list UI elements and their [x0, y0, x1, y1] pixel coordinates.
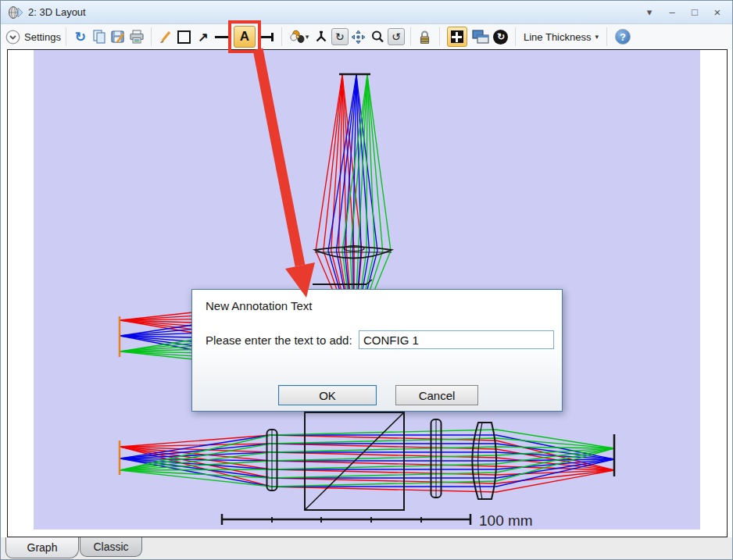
lock-icon [419, 30, 431, 45]
tab-graph[interactable]: Graph [5, 537, 79, 558]
titlebar: 2: 3D Layout ▾ – □ × [1, 1, 732, 24]
text-annotation-icon[interactable]: A [234, 26, 256, 48]
line-thickness-dropdown[interactable]: Line Thickness ▾ [524, 31, 599, 43]
rotate-view-button[interactable]: ↻ [331, 27, 349, 47]
orientation-indicator-button[interactable]: ▾ [288, 27, 311, 47]
arrow-icon: ↗ [198, 30, 208, 45]
close-button[interactable]: × [712, 7, 723, 18]
endpoint-line-annotation-button[interactable] [259, 27, 276, 47]
line-endpoint-icon [260, 33, 274, 41]
pan-view-button[interactable] [350, 27, 367, 47]
rectangle-annotation-button[interactable] [176, 27, 193, 47]
dialog-title: New Annotation Text [206, 299, 312, 312]
view-tabstrip: Classic Graph [1, 537, 732, 560]
print-icon [129, 30, 145, 44]
pan-arrows-icon [351, 30, 366, 45]
tab-classic[interactable]: Classic [80, 537, 142, 557]
maximize-button[interactable]: □ [689, 7, 700, 18]
fit-window-icon [451, 30, 463, 43]
help-button[interactable]: ? [613, 27, 633, 47]
copy-icon [92, 30, 106, 44]
fit-window-button[interactable] [445, 27, 469, 47]
toolbar: Settings ↻ [1, 24, 732, 49]
line-annotation-button[interactable] [213, 27, 231, 47]
window-menu-chevron-icon[interactable]: ▾ [644, 7, 655, 18]
tripod-axes-icon [314, 30, 328, 44]
pencil-annotation-button[interactable] [157, 27, 174, 47]
undo-rotate-icon: ↺ [388, 28, 405, 45]
copy-to-window-button[interactable] [470, 27, 491, 47]
scale-bar-label: 100 mm [479, 512, 533, 529]
toolbar-separator [515, 27, 516, 46]
toolbar-separator [439, 27, 440, 46]
chevron-down-icon: ▾ [595, 33, 599, 41]
save-button[interactable] [109, 27, 127, 47]
toolbar-separator [281, 27, 282, 46]
3d-layout-window: 2: 3D Layout ▾ – □ × Settings ↻ [0, 0, 733, 560]
print-button[interactable] [128, 27, 145, 47]
save-icon [111, 30, 125, 44]
windows-icon [472, 30, 489, 44]
new-annotation-dialog: New Annotation Text Please enter the tex… [191, 289, 563, 412]
settings-label: Settings [24, 31, 61, 43]
update-layout-button[interactable]: ↻ [72, 27, 89, 47]
annotation-prompt-label: Please enter the text to add: [206, 334, 352, 347]
chevron-down-circle-icon [5, 30, 20, 45]
line-icon [215, 36, 228, 38]
ok-button[interactable]: OK [278, 385, 377, 405]
annotation-text-input[interactable] [359, 330, 554, 349]
scale-bar [222, 514, 470, 525]
magnifier-icon [370, 30, 384, 44]
orientation-caret-icon: ▾ [306, 33, 309, 41]
axes-tripod-button[interactable] [313, 27, 330, 47]
toolbar-separator [151, 27, 152, 46]
reset-view-button[interactable]: ↺ [388, 27, 405, 47]
toolbar-separator [66, 27, 66, 46]
refresh-icon: ↻ [75, 29, 86, 45]
help-icon: ? [615, 29, 631, 45]
circle-arrow-icon: ↻ [493, 30, 508, 45]
window-title: 2: 3D Layout [28, 6, 86, 18]
toolbar-separator [410, 27, 411, 46]
copy-clipboard-button[interactable] [91, 27, 108, 47]
rotate-icon: ↻ [331, 28, 349, 45]
text-annotation-tool[interactable]: A [234, 26, 256, 48]
auto-update-button[interactable]: ↻ [492, 27, 510, 47]
window-lens-icon[interactable] [7, 5, 23, 20]
minimize-button[interactable]: – [667, 7, 678, 18]
rectangle-icon [177, 30, 191, 44]
line-thickness-label: Line Thickness [524, 31, 591, 43]
toolbar-separator [606, 27, 607, 46]
fit-window-active-frame [447, 27, 467, 47]
zoom-view-button[interactable] [369, 27, 386, 47]
settings-expander[interactable]: Settings [5, 30, 61, 45]
lock-window-button[interactable] [417, 27, 434, 47]
pencil-icon [159, 30, 173, 44]
orientation-pinwheel-icon [290, 29, 306, 45]
cancel-button[interactable]: Cancel [395, 385, 478, 405]
arrow-annotation-button[interactable]: ↗ [195, 27, 212, 47]
